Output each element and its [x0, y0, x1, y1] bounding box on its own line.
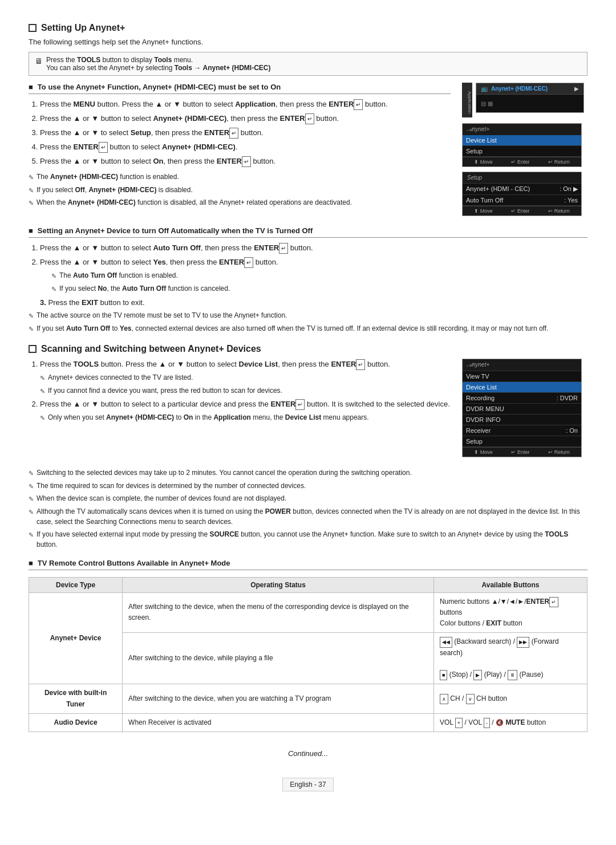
step1-4: Press the ENTER↵ button to select Anynet… — [40, 141, 451, 153]
op-status-audio: When Receiver is activated — [123, 713, 434, 732]
section2-title: Scanning and Switching between Anynet+ D… — [29, 344, 587, 354]
avail-btn-anynet-1: Numeric buttons ▲/▼/◄/►/ENTER↵ buttons C… — [433, 592, 587, 633]
section1-title: Setting Up Anynet+ — [29, 23, 587, 33]
section1-right: Application 📺 Anynet+ (HDMI-CEC) ▶ ▤ ▦ 𝒜… — [462, 83, 587, 221]
hdmi-icon: 📺 — [481, 86, 488, 92]
table-heading: ■ TV Remote Control Buttons Available in… — [29, 559, 587, 570]
note-icon: 🖥 — [35, 56, 43, 66]
note2-outer-2: ✎ If you set Auto Turn Off to Yes, conne… — [29, 323, 587, 334]
move-label-2: ⬆ Move — [474, 208, 493, 214]
hdmi-cec-row: Anynet+ (HDMI - CEC) : On ▶ — [463, 184, 581, 195]
dvdr-menu-item: DVDR MENU — [463, 404, 581, 415]
return-label-4: ↩ Return — [548, 449, 570, 455]
footer-bar-1: ⬆ Move ↵ Enter ↩ Return — [463, 157, 581, 166]
avail-btn-anynet-2: ◀◀ (Backward search) / ▶▶ (Forward searc… — [433, 633, 587, 684]
return-label-1: ↩ Return — [548, 159, 570, 165]
receiver-label: Receiver — [466, 427, 491, 434]
gen-note4: ✎ Although the TV automatically scans de… — [29, 506, 587, 527]
recording-label: Recording — [466, 395, 495, 401]
recording-value: : DVDR — [557, 395, 578, 401]
step2-1: Press the ▲ or ▼ button to select Auto T… — [40, 242, 587, 254]
hdmi-cec-value: : On ▶ — [560, 185, 578, 193]
device-list-screen: 𝒜nynet+ Device List Setup ⬆ Move ↵ Enter… — [462, 123, 582, 167]
note-line2: You can also set the Anynet+ by selectin… — [46, 64, 271, 72]
table-header-row: Device Type Operating Status Available B… — [29, 577, 587, 592]
anynet-device-list-screen: 𝒜nynet+ View TV Device List Recording : … — [462, 359, 582, 457]
note1-3: ✎ When the Anynet+ (HDMI-CEC) function i… — [29, 197, 451, 208]
bullet2-heading: ■ Setting an Anynet+ Device to turn Off … — [29, 226, 587, 238]
small-icons: ▤ ▦ — [481, 98, 579, 109]
step1-1: Press the MENU button. Press the ▲ or ▼ … — [40, 99, 451, 110]
auto-turn-off-row: Auto Turn Off : Yes — [463, 195, 581, 206]
table-section: ■ TV Remote Control Buttons Available in… — [29, 559, 587, 733]
bullet2-icon: ■ — [29, 226, 33, 235]
application-sidebar: Application — [462, 83, 472, 117]
sec2-step1: Press the TOOLS button. Press the ▲ or ▼… — [40, 359, 451, 396]
table-row-tuner: Device with built-in Tuner After switchi… — [29, 684, 587, 713]
gen-note5: ✎ If you have selected external input mo… — [29, 529, 587, 550]
gen-note1: ✎ Switching to the selected devices may … — [29, 468, 587, 478]
enter-label-1: ↵ Enter — [511, 159, 529, 165]
dvdr-info-item: DVDR INFO — [463, 415, 581, 425]
continued-text: Continued... — [288, 749, 328, 758]
note1-2: ✎ If you select Off, Anynet+ (HDMI-CEC) … — [29, 185, 451, 196]
setup-item-2: Setup — [463, 436, 581, 447]
note-box: 🖥 Press the TOOLS button to display Tool… — [29, 52, 587, 76]
table-row-audio: Audio Device When Receiver is activated … — [29, 713, 587, 732]
section1-two-col: ■ To use the Anynet+ Function, Anynet+ (… — [29, 83, 587, 221]
return-label-2: ↩ Return — [548, 208, 570, 214]
op-status-tuner: After switching to the device, when you … — [123, 684, 434, 713]
section2-right: 𝒜nynet+ View TV Device List Recording : … — [462, 359, 587, 462]
enter-label-2: ↵ Enter — [511, 208, 529, 214]
view-tv-item: View TV — [463, 371, 581, 382]
footer-bar-4: ⬆ Move ↵ Enter ↩ Return — [463, 447, 581, 457]
device-type-tuner: Device with built-in Tuner — [29, 684, 123, 713]
setup-screen: Setup Anynet+ (HDMI - CEC) : On ▶ Auto T… — [462, 172, 582, 216]
auto-turn-off-label: Auto Turn Off — [466, 197, 503, 204]
step1-3: Press the ▲ or ▼ to select Setup, then p… — [40, 127, 451, 139]
recording-row: Recording : DVDR — [463, 393, 581, 404]
section2-left: Press the TOOLS button. Press the ▲ or ▼… — [29, 359, 451, 462]
note2-inner-1: ✎ The Auto Turn Off function is enabled. — [51, 270, 587, 281]
col-device-type: Device Type — [29, 577, 123, 592]
device-list-item: Device List — [463, 135, 581, 146]
bullet2-steps: Press the ▲ or ▼ button to select Auto T… — [40, 242, 587, 294]
move-label-1: ⬆ Move — [474, 159, 493, 165]
remote-table: Device Type Operating Status Available B… — [29, 577, 587, 733]
auto-turn-off-value: : Yes — [564, 197, 578, 204]
app-screen-panel: 📺 Anynet+ (HDMI-CEC) ▶ ▤ ▦ — [476, 83, 584, 113]
app-sidebar-panel: Application 📺 Anynet+ (HDMI-CEC) ▶ ▤ ▦ — [462, 83, 587, 117]
device-type-anynet: Anynet+ Device — [29, 592, 123, 684]
step2-3-wrap: 3. Press the EXIT button to exit. — [40, 298, 587, 307]
sec2-note1-2: ✎ If you cannot find a device you want, … — [40, 385, 451, 396]
app-screen-header: 📺 Anynet+ (HDMI-CEC) ▶ — [476, 83, 583, 95]
move-label-4: ⬆ Move — [474, 449, 493, 455]
section1-left: ■ To use the Anynet+ Function, Anynet+ (… — [29, 83, 451, 221]
gen-note2: ✎ The time required to scan for devices … — [29, 481, 587, 491]
bullet2-label: Setting an Anynet+ Device to turn Off Au… — [38, 226, 313, 235]
anynet-label-4: 𝒜nynet+ — [463, 359, 581, 371]
device-list-item-2: Device List — [463, 382, 581, 393]
step1-2: Press the ▲ or ▼ button to select Anynet… — [40, 113, 451, 124]
enter-label-4: ↵ Enter — [511, 449, 529, 455]
table-bullet-icon: ■ — [29, 559, 33, 567]
table-title: TV Remote Control Buttons Available in A… — [38, 559, 230, 567]
arrow-right-icon: ▶ — [574, 86, 579, 92]
sec2-step2: Press the ▲ or ▼ button to select to a p… — [40, 399, 451, 423]
col-available-buttons: Available Buttons — [433, 577, 587, 592]
step2-2: Press the ▲ or ▼ button to select Yes, t… — [40, 257, 587, 294]
step1-5: Press the ▲ or ▼ button to select On, th… — [40, 156, 451, 167]
note2-outer-1: ✎ The active source on the TV remote mus… — [29, 310, 587, 321]
setup-item-1: Setup — [463, 146, 581, 157]
section2-two-col: Press the TOOLS button. Press the ▲ or ▼… — [29, 359, 587, 462]
receiver-row: Receiver : On — [463, 425, 581, 436]
table-row-anynet-1: Anynet+ Device After switching to the de… — [29, 592, 587, 633]
col-operating-status: Operating Status — [123, 577, 434, 592]
device-type-audio: Audio Device — [29, 713, 123, 732]
setup-header: Setup — [463, 172, 581, 184]
anynet-label-1: 𝒜nynet+ — [463, 124, 581, 135]
gen-note3: ✎ When the device scan is complete, the … — [29, 493, 587, 504]
note2-inner-2: ✎ If you select No, the Auto Turn Off fu… — [51, 283, 587, 294]
continued-footer: Continued... — [29, 749, 587, 758]
bullet1-label: To use the Anynet+ Function, Anynet+ (HD… — [38, 83, 281, 91]
